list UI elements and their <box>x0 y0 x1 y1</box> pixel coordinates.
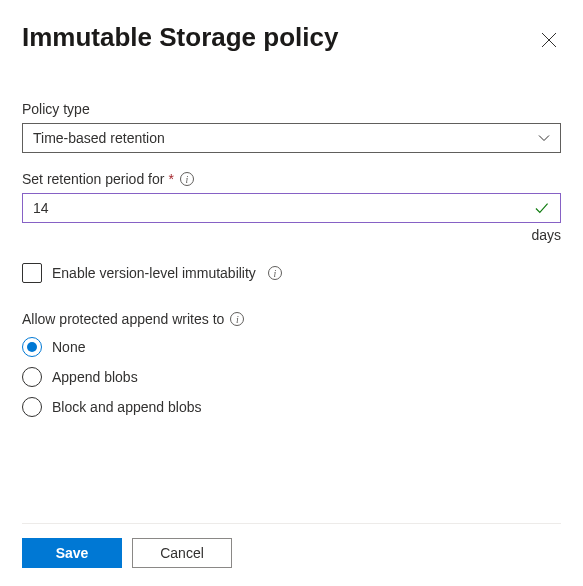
radio-button[interactable] <box>22 397 42 417</box>
radio-option-append[interactable]: Append blobs <box>22 367 561 387</box>
info-icon[interactable]: i <box>180 172 194 186</box>
radio-label: Append blobs <box>52 369 138 385</box>
append-writes-label: Allow protected append writes to <box>22 311 224 327</box>
retention-input[interactable] <box>33 200 534 216</box>
info-icon[interactable]: i <box>230 312 244 326</box>
retention-input-wrapper <box>22 193 561 223</box>
version-level-label: Enable version-level immutability <box>52 265 256 281</box>
policy-type-field: Policy type Time-based retention <box>22 101 561 153</box>
append-writes-label-row: Allow protected append writes to i <box>22 311 561 327</box>
policy-type-value: Time-based retention <box>33 130 165 146</box>
cancel-button[interactable]: Cancel <box>132 538 232 568</box>
policy-type-select[interactable]: Time-based retention <box>22 123 561 153</box>
panel-title: Immutable Storage policy <box>22 22 338 53</box>
info-icon[interactable]: i <box>268 266 282 280</box>
radio-label: Block and append blobs <box>52 399 201 415</box>
panel-footer: Save Cancel <box>22 523 561 568</box>
retention-label: Set retention period for <box>22 171 164 187</box>
checkmark-icon <box>534 200 550 216</box>
retention-label-row: Set retention period for * i <box>22 171 561 187</box>
radio-option-block-append[interactable]: Block and append blobs <box>22 397 561 417</box>
save-button[interactable]: Save <box>22 538 122 568</box>
policy-type-label: Policy type <box>22 101 561 117</box>
retention-field: Set retention period for * i days <box>22 171 561 243</box>
radio-button[interactable] <box>22 337 42 357</box>
close-button[interactable] <box>537 28 561 52</box>
version-level-checkbox[interactable] <box>22 263 42 283</box>
required-mark: * <box>168 171 173 187</box>
chevron-down-icon <box>538 132 550 144</box>
version-level-row[interactable]: Enable version-level immutability i <box>22 263 561 283</box>
panel-header: Immutable Storage policy <box>22 22 561 53</box>
append-writes-field: Allow protected append writes to i None … <box>22 311 561 417</box>
append-writes-radio-group: None Append blobs Block and append blobs <box>22 337 561 417</box>
radio-button[interactable] <box>22 367 42 387</box>
close-icon <box>541 32 557 48</box>
radio-option-none[interactable]: None <box>22 337 561 357</box>
retention-unit: days <box>22 227 561 243</box>
radio-label: None <box>52 339 85 355</box>
